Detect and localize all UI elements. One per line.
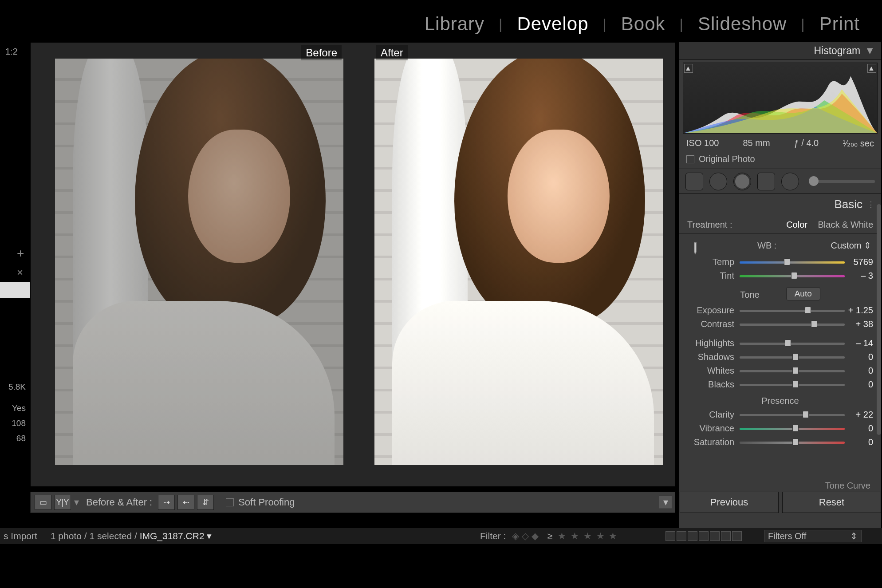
nav-iso: 108 (0, 416, 26, 431)
compare-view-button[interactable]: Y|Y (54, 495, 71, 510)
histogram[interactable]: ▲ ▲ (683, 63, 878, 134)
add-icon[interactable]: + (17, 246, 24, 260)
color-label-filter[interactable] (665, 531, 742, 541)
shadows-label: Shadows (687, 352, 740, 362)
right-panel-scrollbar[interactable] (877, 204, 881, 435)
soft-proof-label: Soft Proofing (238, 497, 295, 508)
treatment-label: Treatment : (687, 220, 732, 230)
image-canvas[interactable]: Before After (30, 42, 675, 487)
temp-label: Temp (687, 257, 740, 267)
status-filename[interactable]: IMG_3187.CR2 ▾ (137, 531, 212, 541)
rating-filter[interactable]: ★ ★ ★ ★ ★ (558, 531, 618, 541)
tone-curve-header[interactable]: Tone Curve (679, 481, 881, 491)
loupe-view-button[interactable]: ▭ (35, 495, 51, 510)
whites-value: 0 (845, 366, 873, 376)
after-label: After (376, 45, 408, 60)
wb-eyedropper-icon[interactable] (684, 234, 707, 257)
temp-slider[interactable] (740, 260, 845, 264)
highlights-row: Highlights – 14 (679, 336, 881, 350)
exif-iso: ISO 100 (686, 138, 719, 149)
nav-mm: 68 (0, 431, 26, 446)
vibrance-slider[interactable] (740, 426, 845, 431)
original-photo-row[interactable]: Original Photo (679, 151, 881, 169)
blacks-row: Blacks 0 (679, 378, 881, 391)
radial-filter-tool[interactable] (781, 173, 799, 190)
module-slideshow[interactable]: Slideshow (698, 13, 787, 35)
clarity-slider[interactable] (740, 413, 845, 417)
whites-row: Whites 0 (679, 364, 881, 378)
wb-row: WB : Custom ⇕ (679, 234, 881, 255)
contrast-row: Contrast + 38 (679, 317, 881, 331)
exposure-label: Exposure (687, 305, 740, 316)
before-image: Before (55, 43, 343, 465)
shadows-row: Shadows 0 (679, 350, 881, 364)
grad-filter-tool[interactable] (757, 173, 775, 190)
after-photo (374, 59, 663, 465)
module-picker: Library| Develop| Book| Slideshow| Print (425, 13, 860, 35)
crop-tool[interactable] (685, 173, 703, 190)
develop-right-panel: Histogram▼ ▲ ▲ ISO 100 85 mm ƒ / 4.0 ¹⁄₂… (679, 42, 881, 530)
copy-before-to-after-button[interactable]: ⇢ (158, 495, 175, 510)
tint-label: Tint (687, 271, 740, 281)
wb-label: WB : (703, 241, 831, 251)
close-icon[interactable]: × (17, 266, 23, 279)
exif-aperture: ƒ / 4.0 (794, 138, 819, 149)
tint-row: Tint – 3 (679, 269, 881, 283)
shadows-slider[interactable] (740, 355, 845, 359)
preset-swatch[interactable] (0, 282, 30, 298)
blacks-label: Blacks (687, 379, 740, 390)
exposure-row: Exposure + 1.25 (679, 304, 881, 317)
nav-temp: 5.8K (0, 379, 26, 395)
auto-tone-button[interactable]: Auto (786, 287, 820, 300)
brush-tool[interactable] (809, 180, 875, 183)
module-library[interactable]: Library (425, 13, 484, 35)
highlights-value: – 14 (845, 338, 873, 348)
blacks-value: 0 (845, 379, 873, 390)
presence-label: Presence (679, 391, 881, 408)
module-print[interactable]: Print (819, 13, 860, 35)
whites-label: Whites (687, 366, 740, 376)
spot-tool[interactable] (709, 173, 727, 190)
treatment-row: Treatment : Color Black & White (679, 215, 881, 234)
contrast-slider[interactable] (740, 322, 845, 327)
filters-off-select[interactable]: Filters Off⇕ (764, 530, 862, 542)
after-image: After (374, 43, 663, 465)
develop-toolbar: ▭ Y|Y ▾ Before & After : ⇢ ⇠ ⇵ Soft Proo… (30, 492, 675, 513)
module-develop[interactable]: Develop (517, 13, 588, 35)
exposure-slider[interactable] (740, 308, 845, 313)
vibrance-row: Vibrance 0 (679, 422, 881, 435)
navigator-meta: 5.8K Yes 108 68 (0, 379, 30, 446)
wb-select[interactable]: Custom ⇕ (831, 240, 871, 251)
whites-slider[interactable] (740, 369, 845, 373)
treatment-color[interactable]: Color (786, 220, 807, 229)
exif-row: ISO 100 85 mm ƒ / 4.0 ¹⁄₂₀₀ sec (679, 135, 881, 151)
saturation-slider[interactable] (740, 440, 845, 445)
module-book[interactable]: Book (621, 13, 665, 35)
before-photo (55, 59, 343, 465)
tint-slider[interactable] (740, 274, 845, 278)
flag-icons[interactable]: ◈ ◇ ◆ (512, 531, 539, 541)
blacks-slider[interactable] (740, 383, 845, 387)
basic-header[interactable]: Basic⋮ (679, 194, 881, 215)
previous-button[interactable]: Previous (680, 492, 779, 513)
vibrance-label: Vibrance (687, 423, 740, 434)
exif-shutter: ¹⁄₂₀₀ sec (843, 138, 874, 149)
develop-bottom-buttons: Previous Reset (680, 492, 881, 513)
reset-button[interactable]: Reset (782, 492, 881, 513)
zoom-ratio[interactable]: 1:2 (5, 47, 18, 57)
saturation-label: Saturation (687, 437, 740, 447)
clarity-label: Clarity (687, 410, 740, 420)
swap-before-after-button[interactable]: ⇵ (197, 495, 214, 510)
histogram-header[interactable]: Histogram▼ (679, 42, 881, 60)
copy-after-to-before-button[interactable]: ⇠ (177, 495, 194, 510)
status-bar: s Import 1 photo / 1 selected / IMG_3187… (0, 528, 882, 544)
soft-proof-checkbox[interactable] (226, 498, 234, 506)
toolbar-menu-button[interactable]: ▾ (659, 496, 672, 509)
redeye-tool[interactable] (733, 173, 751, 190)
vibrance-value: 0 (845, 423, 873, 434)
highlights-slider[interactable] (740, 341, 845, 346)
original-photo-checkbox[interactable] (686, 155, 694, 163)
clarity-row: Clarity + 22 (679, 408, 881, 422)
exposure-value: + 1.25 (845, 305, 873, 316)
treatment-bw[interactable]: Black & White (818, 220, 873, 229)
